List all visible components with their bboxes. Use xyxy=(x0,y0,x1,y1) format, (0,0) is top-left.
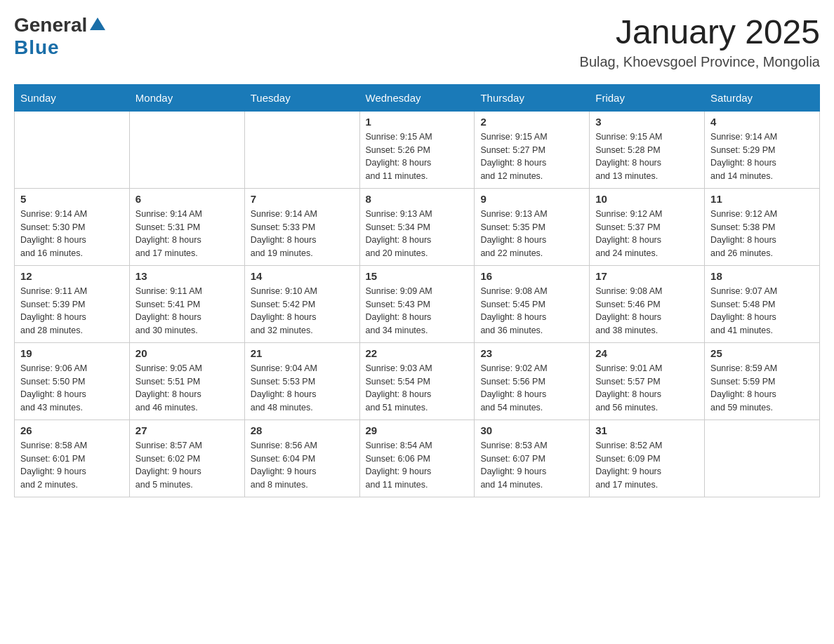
calendar-week-row: 19Sunrise: 9:06 AMSunset: 5:50 PMDayligh… xyxy=(15,342,820,420)
day-number: 3 xyxy=(595,116,699,128)
day-info: Sunrise: 9:15 AMSunset: 5:28 PMDaylight:… xyxy=(595,130,699,183)
calendar-header-row: SundayMondayTuesdayWednesdayThursdayFrid… xyxy=(15,84,820,111)
calendar-day-cell: 1Sunrise: 9:15 AMSunset: 5:26 PMDaylight… xyxy=(359,111,475,188)
calendar-day-cell: 15Sunrise: 9:09 AMSunset: 5:43 PMDayligh… xyxy=(359,265,475,342)
day-number: 1 xyxy=(366,116,469,128)
calendar-day-cell: 18Sunrise: 9:07 AMSunset: 5:48 PMDayligh… xyxy=(705,265,820,342)
day-info: Sunrise: 9:03 AMSunset: 5:54 PMDaylight:… xyxy=(366,362,469,415)
calendar-day-cell: 11Sunrise: 9:12 AMSunset: 5:38 PMDayligh… xyxy=(705,188,820,265)
calendar-day-cell: 13Sunrise: 9:11 AMSunset: 5:41 PMDayligh… xyxy=(129,265,244,342)
calendar-day-cell: 31Sunrise: 8:52 AMSunset: 6:09 PMDayligh… xyxy=(590,420,705,497)
calendar-day-cell: 26Sunrise: 8:58 AMSunset: 6:01 PMDayligh… xyxy=(15,420,130,497)
day-number: 24 xyxy=(595,347,699,359)
day-number: 31 xyxy=(595,424,699,436)
day-of-week-header: Thursday xyxy=(475,84,590,111)
day-number: 10 xyxy=(595,193,699,205)
calendar-day-cell xyxy=(244,111,359,188)
day-info: Sunrise: 8:53 AMSunset: 6:07 PMDaylight:… xyxy=(480,439,583,492)
day-of-week-header: Tuesday xyxy=(244,84,359,111)
day-info: Sunrise: 9:06 AMSunset: 5:50 PMDaylight:… xyxy=(20,362,124,415)
calendar-title: January 2025 xyxy=(580,14,820,51)
calendar-day-cell: 29Sunrise: 8:54 AMSunset: 6:06 PMDayligh… xyxy=(359,420,475,497)
calendar-day-cell: 17Sunrise: 9:08 AMSunset: 5:46 PMDayligh… xyxy=(590,265,705,342)
logo-blue-text: Blue xyxy=(14,36,60,58)
day-info: Sunrise: 9:07 AMSunset: 5:48 PMDaylight:… xyxy=(710,285,814,337)
day-number: 7 xyxy=(251,193,354,205)
calendar-day-cell: 24Sunrise: 9:01 AMSunset: 5:57 PMDayligh… xyxy=(590,342,705,420)
calendar-day-cell: 20Sunrise: 9:05 AMSunset: 5:51 PMDayligh… xyxy=(129,342,244,420)
calendar-day-cell: 4Sunrise: 9:14 AMSunset: 5:29 PMDaylight… xyxy=(705,111,820,188)
day-number: 2 xyxy=(480,116,583,128)
day-number: 23 xyxy=(480,347,583,359)
calendar-day-cell: 8Sunrise: 9:13 AMSunset: 5:34 PMDaylight… xyxy=(359,188,475,265)
day-info: Sunrise: 9:11 AMSunset: 5:41 PMDaylight:… xyxy=(135,285,239,337)
day-of-week-header: Friday xyxy=(590,84,705,111)
calendar-day-cell: 2Sunrise: 9:15 AMSunset: 5:27 PMDaylight… xyxy=(475,111,590,188)
calendar-day-cell: 6Sunrise: 9:14 AMSunset: 5:31 PMDaylight… xyxy=(129,188,244,265)
day-number: 29 xyxy=(366,424,469,436)
day-info: Sunrise: 9:08 AMSunset: 5:45 PMDaylight:… xyxy=(480,285,583,337)
calendar-day-cell: 23Sunrise: 9:02 AMSunset: 5:56 PMDayligh… xyxy=(475,342,590,420)
day-number: 30 xyxy=(480,424,583,436)
calendar-day-cell: 9Sunrise: 9:13 AMSunset: 5:35 PMDaylight… xyxy=(475,188,590,265)
day-info: Sunrise: 9:13 AMSunset: 5:34 PMDaylight:… xyxy=(366,208,469,260)
logo: General Blue xyxy=(14,14,105,59)
calendar-day-cell: 27Sunrise: 8:57 AMSunset: 6:02 PMDayligh… xyxy=(129,420,244,497)
day-info: Sunrise: 9:02 AMSunset: 5:56 PMDaylight:… xyxy=(480,362,583,415)
calendar-day-cell: 21Sunrise: 9:04 AMSunset: 5:53 PMDayligh… xyxy=(244,342,359,420)
page-header: General Blue January 2025 Bulag, Khoevsg… xyxy=(14,14,820,70)
calendar-day-cell: 16Sunrise: 9:08 AMSunset: 5:45 PMDayligh… xyxy=(475,265,590,342)
day-info: Sunrise: 8:57 AMSunset: 6:02 PMDaylight:… xyxy=(135,439,239,492)
day-number: 22 xyxy=(366,347,469,359)
day-number: 5 xyxy=(20,193,124,205)
day-of-week-header: Wednesday xyxy=(359,84,475,111)
calendar-week-row: 5Sunrise: 9:14 AMSunset: 5:30 PMDaylight… xyxy=(15,188,820,265)
day-info: Sunrise: 9:08 AMSunset: 5:46 PMDaylight:… xyxy=(595,285,699,337)
day-number: 17 xyxy=(595,270,699,282)
calendar-day-cell: 3Sunrise: 9:15 AMSunset: 5:28 PMDaylight… xyxy=(590,111,705,188)
day-info: Sunrise: 9:12 AMSunset: 5:37 PMDaylight:… xyxy=(595,208,699,260)
day-info: Sunrise: 8:56 AMSunset: 6:04 PMDaylight:… xyxy=(251,439,354,492)
day-info: Sunrise: 8:59 AMSunset: 5:59 PMDaylight:… xyxy=(710,362,814,415)
day-of-week-header: Monday xyxy=(129,84,244,111)
day-number: 26 xyxy=(20,424,124,436)
day-info: Sunrise: 9:14 AMSunset: 5:29 PMDaylight:… xyxy=(710,130,814,183)
day-number: 25 xyxy=(710,347,814,359)
calendar-day-cell: 7Sunrise: 9:14 AMSunset: 5:33 PMDaylight… xyxy=(244,188,359,265)
day-info: Sunrise: 9:10 AMSunset: 5:42 PMDaylight:… xyxy=(251,285,354,337)
day-number: 12 xyxy=(20,270,124,282)
day-number: 11 xyxy=(710,193,814,205)
calendar-day-cell: 28Sunrise: 8:56 AMSunset: 6:04 PMDayligh… xyxy=(244,420,359,497)
day-number: 19 xyxy=(20,347,124,359)
day-info: Sunrise: 8:52 AMSunset: 6:09 PMDaylight:… xyxy=(595,439,699,492)
calendar-day-cell: 10Sunrise: 9:12 AMSunset: 5:37 PMDayligh… xyxy=(590,188,705,265)
day-info: Sunrise: 9:04 AMSunset: 5:53 PMDaylight:… xyxy=(251,362,354,415)
calendar-day-cell: 19Sunrise: 9:06 AMSunset: 5:50 PMDayligh… xyxy=(15,342,130,420)
calendar-day-cell: 25Sunrise: 8:59 AMSunset: 5:59 PMDayligh… xyxy=(705,342,820,420)
calendar-week-row: 1Sunrise: 9:15 AMSunset: 5:26 PMDaylight… xyxy=(15,111,820,188)
calendar-day-cell xyxy=(129,111,244,188)
day-number: 8 xyxy=(366,193,469,205)
day-of-week-header: Sunday xyxy=(15,84,130,111)
day-number: 14 xyxy=(251,270,354,282)
calendar-subtitle: Bulag, Khoevsgoel Province, Mongolia xyxy=(580,54,820,70)
day-number: 18 xyxy=(710,270,814,282)
day-info: Sunrise: 9:14 AMSunset: 5:31 PMDaylight:… xyxy=(135,208,239,260)
day-info: Sunrise: 9:14 AMSunset: 5:30 PMDaylight:… xyxy=(20,208,124,260)
calendar-table: SundayMondayTuesdayWednesdayThursdayFrid… xyxy=(14,84,820,497)
calendar-day-cell: 30Sunrise: 8:53 AMSunset: 6:07 PMDayligh… xyxy=(475,420,590,497)
day-info: Sunrise: 9:12 AMSunset: 5:38 PMDaylight:… xyxy=(710,208,814,260)
day-info: Sunrise: 9:01 AMSunset: 5:57 PMDaylight:… xyxy=(595,362,699,415)
day-info: Sunrise: 9:15 AMSunset: 5:26 PMDaylight:… xyxy=(366,130,469,183)
day-info: Sunrise: 9:15 AMSunset: 5:27 PMDaylight:… xyxy=(480,130,583,183)
day-info: Sunrise: 8:58 AMSunset: 6:01 PMDaylight:… xyxy=(20,439,124,492)
calendar-day-cell: 14Sunrise: 9:10 AMSunset: 5:42 PMDayligh… xyxy=(244,265,359,342)
title-section: January 2025 Bulag, Khoevsgoel Province,… xyxy=(580,14,820,70)
day-info: Sunrise: 9:14 AMSunset: 5:33 PMDaylight:… xyxy=(251,208,354,260)
logo-general-text: General xyxy=(14,14,87,36)
day-info: Sunrise: 9:05 AMSunset: 5:51 PMDaylight:… xyxy=(135,362,239,415)
day-info: Sunrise: 9:11 AMSunset: 5:39 PMDaylight:… xyxy=(20,285,124,337)
day-number: 6 xyxy=(135,193,239,205)
calendar-day-cell xyxy=(705,420,820,497)
calendar-day-cell xyxy=(15,111,130,188)
